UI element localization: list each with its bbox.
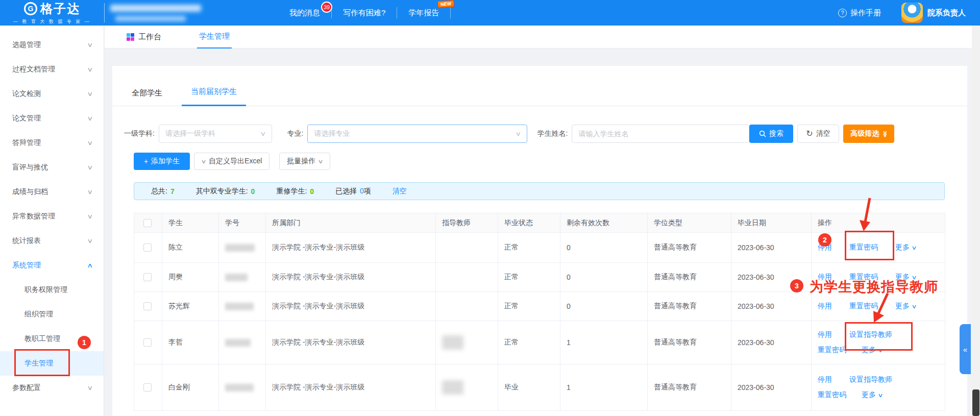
more-dropdown[interactable]: 更多 ∨ — [895, 243, 916, 252]
sidebar-item-org-mgmt[interactable]: 组织管理 — [0, 302, 104, 327]
department: 演示学院 -演示专业-演示班级 — [266, 321, 436, 364]
scrollbar-thumb[interactable] — [972, 389, 979, 416]
user-role-label: 院系负责人 — [927, 8, 966, 18]
sidebar-item-blind-review[interactable]: 盲评与推优 ∨ — [0, 155, 104, 180]
chevron-down-icon: ∨ — [318, 158, 324, 165]
advanced-filter-button[interactable]: 高级筛选 ∨∨ — [843, 125, 894, 143]
subtab-all-students[interactable]: 全部学生 — [122, 88, 172, 106]
major-select[interactable]: 请选择专业 ∨ — [307, 125, 527, 143]
disable-link[interactable]: 停用 — [818, 273, 832, 282]
row-checkbox[interactable] — [143, 273, 152, 281]
sidebar-item-defense-mgmt[interactable]: 答辩管理 ∨ — [0, 131, 104, 155]
clear-selection-link[interactable]: 清空 — [393, 187, 407, 196]
reset-password-link[interactable]: 重置密码 — [849, 273, 878, 282]
sidebar-item-student-mgmt[interactable]: 学生管理 — [0, 351, 104, 376]
select-all-checkbox[interactable] — [143, 219, 152, 227]
row-checkbox[interactable] — [143, 383, 152, 391]
degree-type: 普通高等教育 — [648, 292, 731, 321]
menu-writing-help[interactable]: 写作有困难? — [332, 0, 397, 26]
disable-link[interactable]: 停用 — [818, 243, 832, 252]
tab-student-mgmt[interactable]: 学生管理 — [197, 26, 232, 48]
scrollbar-track[interactable] — [972, 26, 980, 416]
reset-password-link[interactable]: 重置密码 — [849, 302, 878, 311]
more-dropdown[interactable]: 更多 ∨ — [862, 390, 883, 400]
remaining-checks: 1 — [560, 364, 648, 411]
sidebar-item-param-config[interactable]: 参数配置 ∨ — [0, 376, 104, 400]
filter-row: 一级学科: 请选择一级学科 ∨ 专业: 请选择专业 ∨ 学生姓名: 搜索 ↻ 清… — [112, 125, 967, 143]
subtab-current-cohort[interactable]: 当前届别学生 — [182, 87, 246, 106]
col-grad-status: 毕业状态 — [498, 213, 560, 233]
toolbar: + 添加学生 ∨ 自定义导出Excel 批量操作 ∨ — [112, 153, 967, 170]
set-advisor-link[interactable]: 设置指导教师 — [849, 330, 892, 339]
chevron-down-icon: ∨ — [87, 188, 93, 195]
table-header-row: 学生 学号 所属部门 指导教师 毕业状态 剩余有效次数 学位类型 毕业日期 操作 — [134, 213, 945, 233]
sidebar-item-system-mgmt[interactable]: 系统管理 ∧ — [0, 253, 104, 278]
logo-subtitle: — 教 育 大 数 据 专 家 — — [0, 18, 104, 25]
chevron-down-icon: ∨ — [877, 347, 883, 354]
student-name-input[interactable] — [572, 125, 749, 143]
chevron-down-icon: ∨ — [911, 244, 917, 251]
sidebar-item-grades-archive[interactable]: 成绩与归档 ∨ — [0, 180, 104, 204]
reset-password-link[interactable]: 重置密码 — [849, 243, 878, 252]
student-mgmt-panel: 全部学生 当前届别学生 一级学科: 请选择一级学科 ∨ 专业: 请选择专业 ∨ … — [112, 66, 967, 416]
sidebar-item-process-doc-mgmt[interactable]: 过程文档管理 ∨ — [0, 57, 104, 82]
user-menu[interactable]: 院系负责人 — [901, 3, 966, 23]
topbar-menu: 我的消息 39 写作有困难? 学年报告 NEW — [278, 0, 451, 26]
table-row: 白金刚 演示学院 -演示专业-演示班级 毕业 1 普通高等教育 2023-06-… — [134, 364, 945, 411]
reset-password-link[interactable]: 重置密码 — [818, 346, 846, 355]
set-advisor-link[interactable]: 设置指导教师 — [849, 375, 892, 384]
table-row: 苏光辉 演示学院 -演示专业-演示班级 正常 0 普通高等教育 2023-06-… — [134, 292, 945, 321]
col-grad-date: 毕业日期 — [731, 213, 812, 233]
advisor — [436, 233, 498, 263]
sidebar-item-paper-check[interactable]: 论文检测 ∨ — [0, 82, 104, 106]
menu-separator — [450, 7, 451, 18]
sidebar-item-statistics[interactable]: 统计报表 ∨ — [0, 229, 104, 253]
search-button[interactable]: 搜索 — [749, 125, 793, 143]
sidebar-item-staff-mgmt[interactable]: 教职工管理 — [0, 327, 104, 351]
col-advisor: 指导教师 — [436, 213, 498, 233]
more-dropdown[interactable]: 更多 ∨ — [895, 302, 916, 311]
discipline-select[interactable]: 请选择一级学科 ∨ — [159, 125, 272, 143]
more-dropdown[interactable]: 更多 ∨ — [862, 346, 883, 355]
menu-year-report[interactable]: 学年报告 NEW — [397, 0, 450, 26]
reset-password-link[interactable]: 重置密码 — [818, 390, 846, 400]
chevron-down-icon: ∨ — [260, 130, 266, 137]
chevron-down-icon: ∨ — [87, 213, 93, 220]
chevron-down-icon: ∨ — [87, 115, 93, 122]
department: 演示学院 -演示专业-演示班级 — [266, 263, 436, 292]
remaining-checks: 0 — [560, 263, 648, 292]
students-table: 学生 学号 所属部门 指导教师 毕业状态 剩余有效次数 学位类型 毕业日期 操作… — [134, 213, 945, 411]
add-student-button[interactable]: + 添加学生 — [134, 153, 190, 170]
sidebar-item-role-permission[interactable]: 职务权限管理 — [0, 278, 104, 302]
disable-link[interactable]: 停用 — [818, 375, 832, 384]
chevron-down-icon: ∨ — [87, 384, 93, 391]
student-name: 周樊 — [162, 263, 219, 292]
sidebar-collapse-handle[interactable]: « — [960, 324, 971, 374]
sidebar-item-topic-mgmt[interactable]: 选题管理 ∨ — [0, 33, 104, 57]
row-checkbox[interactable] — [143, 338, 152, 347]
grad-status: 正常 — [498, 321, 560, 364]
help-manual-button[interactable]: ? 操作手册 — [838, 8, 881, 18]
sidebar-item-paper-mgmt[interactable]: 论文管理 ∨ — [0, 106, 104, 131]
disable-link[interactable]: 停用 — [818, 330, 832, 339]
department: 演示学院 -演示专业-演示班级 — [266, 292, 436, 321]
sidebar-item-abnormal-data[interactable]: 异常数据管理 ∨ — [0, 204, 104, 229]
batch-actions-button[interactable]: 批量操作 ∨ — [279, 153, 330, 170]
filter-buttons: 搜索 ↻ 清空 高级筛选 ∨∨ — [749, 125, 894, 143]
more-dropdown[interactable]: 更多 ∨ — [895, 273, 916, 282]
message-count-badge: 39 — [321, 2, 332, 13]
table-row: 陈立 演示学院 -演示专业-演示班级 正常 0 普通高等教育 2023-06-3… — [134, 233, 945, 263]
remaining-checks: 0 — [560, 233, 648, 263]
workbench-grid-icon — [127, 33, 134, 41]
clear-button[interactable]: ↻ 清空 — [797, 125, 839, 143]
disable-link[interactable]: 停用 — [818, 302, 832, 311]
subtab-row: 全部学生 当前届别学生 — [112, 66, 967, 106]
grad-date: 2023-06-30 — [731, 263, 812, 292]
plus-icon: + — [144, 157, 148, 165]
row-checkbox[interactable] — [143, 302, 152, 310]
menu-my-messages[interactable]: 我的消息 39 — [278, 0, 331, 26]
export-excel-button[interactable]: ∨ 自定义导出Excel — [194, 153, 270, 170]
row-checkbox[interactable] — [143, 243, 152, 252]
tab-workbench[interactable]: 工作台 — [125, 26, 163, 48]
col-remaining-checks: 剩余有效次数 — [560, 213, 648, 233]
